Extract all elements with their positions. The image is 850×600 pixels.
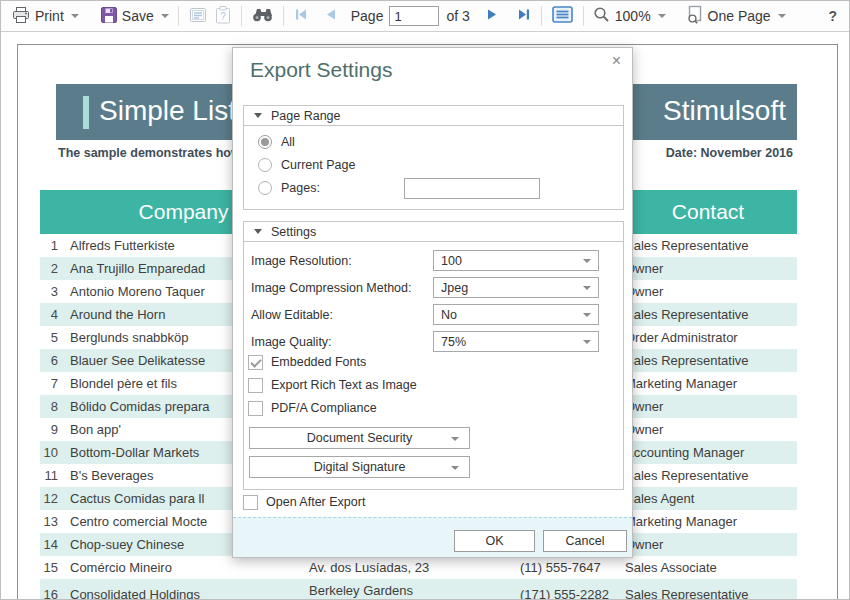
find-button[interactable] <box>248 5 277 27</box>
one-page-icon <box>686 5 703 27</box>
contact-cell: Sales Representative <box>619 579 797 600</box>
select-value: 100 <box>441 254 462 268</box>
parameters-button[interactable] <box>185 4 211 29</box>
save-label: Save <box>122 8 154 24</box>
chevron-down-icon <box>778 14 786 18</box>
report-subtitle: The sample demonstrates how to <box>58 146 256 160</box>
editor-icon: ? <box>215 6 231 27</box>
contact-cell: Sales Representative <box>619 464 797 487</box>
image-compression-select[interactable]: Jpeg <box>433 277 599 298</box>
cancel-button[interactable]: Cancel <box>543 530 627 552</box>
column-header-contact: Contact <box>619 190 797 234</box>
chevron-down-icon <box>583 286 591 290</box>
document-security-label: Document Security <box>307 431 413 445</box>
document-security-button[interactable]: Document Security <box>249 427 470 449</box>
pages-input[interactable] <box>404 178 540 199</box>
row-number: 1 <box>40 234 66 257</box>
allow-editable-select[interactable]: No <box>433 304 599 325</box>
row-number: 11 <box>40 464 66 487</box>
image-resolution-label: Image Resolution: <box>251 254 433 268</box>
settings-section: Settings Image Resolution: 100 Image Com… <box>243 221 624 490</box>
checkbox-icon <box>248 355 263 370</box>
first-page-icon <box>294 8 307 24</box>
image-quality-select[interactable]: 75% <box>433 331 599 352</box>
find-icon <box>252 7 273 25</box>
phone-cell: (11) 555-7647 <box>512 556 619 579</box>
row-number: 10 <box>40 441 66 464</box>
row-number: 6 <box>40 349 66 372</box>
page-label: Page <box>351 8 384 24</box>
toolbar-separator <box>583 6 584 26</box>
banner-accent-bar <box>83 96 89 129</box>
next-page-button[interactable] <box>482 6 502 26</box>
chevron-down-icon <box>583 340 591 344</box>
settings-body: Image Resolution: 100 Image Compression … <box>243 242 624 490</box>
select-value: Jpeg <box>441 281 468 295</box>
page-total-label: of 3 <box>446 8 469 24</box>
contact-cell: Sales Associate <box>619 556 797 579</box>
embedded-fonts-label: Embedded Fonts <box>271 355 366 369</box>
open-after-export-checkbox[interactable]: Open After Export <box>243 494 365 510</box>
contact-cell: Owner <box>619 395 797 418</box>
zoom-dropdown[interactable]: 100% <box>590 4 669 28</box>
radio-pages[interactable]: Pages: <box>258 180 320 196</box>
view-mode-dropdown[interactable]: One Page <box>683 3 789 29</box>
row-number: 2 <box>40 257 66 280</box>
image-compression-label: Image Compression Method: <box>251 281 433 295</box>
checkbox-icon <box>243 495 258 510</box>
page-range-header[interactable]: Page Range <box>243 105 624 126</box>
table-row: 16 Consolidated Holdings Berkeley Garden… <box>40 579 797 600</box>
page-number-input[interactable] <box>389 6 439 26</box>
prev-page-button[interactable] <box>321 6 341 26</box>
checkbox-icon <box>248 401 263 416</box>
page-range-body: All Current Page Pages: <box>243 126 624 210</box>
radio-all-label: All <box>281 135 295 149</box>
collapse-arrow-icon <box>254 229 262 234</box>
settings-title: Settings <box>271 225 316 239</box>
export-settings-dialog: Export Settings × Page Range All Current… <box>232 47 633 558</box>
contact-cell: Owner <box>619 280 797 303</box>
contact-cell: Accounting Manager <box>619 441 797 464</box>
pdfa-compliance-checkbox[interactable]: PDF/A Compliance <box>248 400 377 416</box>
print-label: Print <box>35 8 64 24</box>
settings-header[interactable]: Settings <box>243 221 624 242</box>
last-page-button[interactable] <box>514 6 535 26</box>
export-rich-text-checkbox[interactable]: Export Rich Text as Image <box>248 377 417 393</box>
radio-icon <box>258 158 272 172</box>
radio-current-page[interactable]: Current Page <box>258 157 355 173</box>
view-mode-value: One Page <box>708 8 771 24</box>
export-rich-text-label: Export Rich Text as Image <box>271 378 417 392</box>
embedded-fonts-checkbox[interactable]: Embedded Fonts <box>248 354 366 370</box>
open-after-export-label: Open After Export <box>266 495 365 509</box>
save-button[interactable]: Save <box>98 5 172 28</box>
contact-cell: Sales Representative <box>619 303 797 326</box>
contact-cell: Marketing Manager <box>619 510 797 533</box>
toolbar-separator <box>178 6 179 26</box>
row-number: 12 <box>40 487 66 510</box>
last-page-icon <box>518 8 531 24</box>
toolbar: Print Save ? Page of <box>1 1 849 32</box>
page-range-title: Page Range <box>271 109 341 123</box>
select-value: 75% <box>441 335 466 349</box>
prev-page-icon <box>325 8 337 24</box>
image-resolution-select[interactable]: 100 <box>433 250 599 271</box>
close-icon[interactable]: × <box>612 53 621 69</box>
ok-button[interactable]: OK <box>454 530 535 552</box>
print-button[interactable]: Print <box>9 5 82 28</box>
editor-button[interactable]: ? <box>211 4 235 29</box>
bookmarks-button[interactable] <box>548 4 577 28</box>
digital-signature-button[interactable]: Digital Signature <box>249 456 470 478</box>
chevron-down-icon <box>583 313 591 317</box>
radio-icon <box>258 135 272 149</box>
company-cell: Consolidated Holdings <box>66 579 301 600</box>
address-cell: Berkeley Gardens12 B <box>301 579 512 600</box>
row-number: 4 <box>40 303 66 326</box>
svg-text:?: ? <box>220 10 226 21</box>
first-page-button[interactable] <box>290 6 311 26</box>
radio-all[interactable]: All <box>258 134 295 150</box>
help-button[interactable]: ? <box>828 8 837 24</box>
radio-current-page-label: Current Page <box>281 158 355 172</box>
zoom-value: 100% <box>615 8 651 24</box>
company-cell: Comércio Mineiro <box>66 556 301 579</box>
chevron-down-icon <box>71 14 79 18</box>
